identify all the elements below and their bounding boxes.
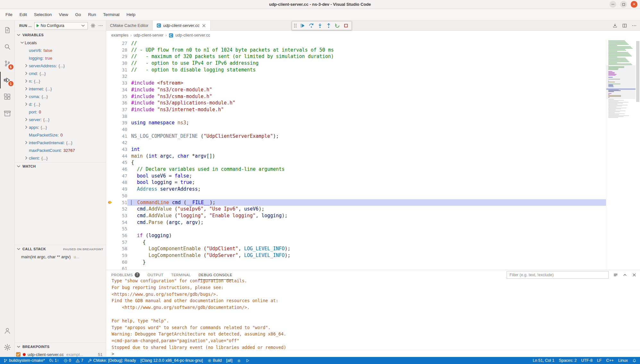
language-mode[interactable]: C++: [604, 357, 616, 364]
encoding[interactable]: UTF-8: [579, 357, 594, 364]
errors[interactable]: 0: [61, 357, 73, 364]
breakpoint-gutter[interactable]: [106, 245, 114, 252]
activity-item-extensions[interactable]: [0, 88, 15, 105]
breakpoint-gutter[interactable]: [106, 113, 114, 120]
indentation[interactable]: Spaces: 2: [557, 357, 579, 364]
editor-scrollbar[interactable]: [636, 40, 640, 270]
variable-maxPacketCount[interactable]: maxPacketCount:32767: [15, 146, 106, 154]
output-actions-icon[interactable]: [613, 272, 618, 277]
breakpoint-gutter[interactable]: [106, 153, 114, 160]
breakpoint-gutter[interactable]: [106, 186, 114, 193]
step-over-button[interactable]: [307, 22, 316, 29]
breakpoint-gutter[interactable]: [106, 100, 114, 106]
cmake-debug[interactable]: [235, 357, 243, 364]
breakpoint-gutter[interactable]: [106, 173, 114, 179]
breakpoint-gutter[interactable]: [106, 53, 114, 60]
stack-frame[interactable]: main(int argc, char ** argv)u...: [15, 253, 106, 261]
breakpoint-gutter[interactable]: [106, 126, 114, 133]
os[interactable]: Linux: [616, 357, 630, 364]
step-into-button[interactable]: [316, 22, 324, 29]
breakpoint-gutter[interactable]: [106, 206, 114, 212]
breakpoints-section-header[interactable]: BREAKPOINTS: [15, 343, 106, 351]
breakpoint-gutter[interactable]: [106, 166, 114, 173]
minimap-viewport[interactable]: [606, 65, 636, 99]
scrollbar-thumb[interactable]: [636, 41, 639, 102]
more-actions-icon[interactable]: [632, 23, 637, 28]
activity-item-run-debug[interactable]: 1: [0, 72, 15, 88]
breakpoint-gutter[interactable]: [106, 265, 114, 270]
activity-item-source-control[interactable]: 6: [0, 55, 15, 72]
eol[interactable]: LF: [595, 357, 604, 364]
cmake-build[interactable]: Build: [205, 357, 224, 364]
breakpoint-gutter[interactable]: [106, 259, 114, 266]
cmake-kit[interactable]: [Clang 12.0.0 x86_64-pc-linux-gnu]: [138, 357, 205, 364]
menu-view[interactable]: View: [55, 9, 72, 20]
breakpoint-gutter[interactable]: [106, 199, 114, 206]
breakpoint-gutter[interactable]: [106, 93, 114, 100]
cursor-position[interactable]: Ln 51, Col 1: [530, 357, 556, 364]
more-actions-icon[interactable]: [98, 23, 103, 28]
breakpoint-gutter[interactable]: [106, 193, 114, 199]
activity-item-explorer[interactable]: [0, 22, 15, 38]
breakpoint-gutter[interactable]: [106, 60, 114, 67]
cmake-target[interactable]: [all]: [224, 357, 234, 364]
breakpoint-gutter[interactable]: [106, 87, 114, 93]
breakpoint-gutter[interactable]: [106, 232, 114, 239]
breakpoint-gutter[interactable]: [106, 212, 114, 219]
minimize-icon[interactable]: [610, 1, 616, 8]
maximize-icon[interactable]: [620, 1, 627, 8]
activity-item-account[interactable]: [0, 322, 15, 339]
breakpoint-gutter[interactable]: [106, 133, 114, 140]
breakpoint-gutter[interactable]: [106, 139, 114, 146]
continue-button[interactable]: [298, 22, 307, 29]
breakpoint-gutter[interactable]: [106, 80, 114, 87]
debug-console-input[interactable]: >: [106, 350, 640, 357]
close-panel-icon[interactable]: [632, 272, 637, 277]
variable-n[interactable]: n:{...}: [15, 77, 106, 85]
menu-run[interactable]: Run: [85, 9, 100, 20]
editor-tab-udp-client-server-cc[interactable]: udp-client-server.cc: [153, 21, 211, 30]
variable-port[interactable]: port:0: [15, 108, 106, 116]
launch-config-dropdown[interactable]: No Configura: [34, 22, 88, 29]
cmake-status[interactable]: CMake: [Debug]: Ready: [86, 357, 138, 364]
breadcrumb-item-udp-client-server[interactable]: udp-client-server: [134, 33, 164, 37]
call-stack-section-header[interactable]: CALL STACK PAUSED ON BREAKPOINT: [15, 245, 106, 253]
variable-useV6[interactable]: useV6:false: [15, 46, 106, 54]
breakpoint-gutter[interactable]: [106, 47, 114, 54]
breakpoint-gutter[interactable]: [106, 106, 114, 113]
menu-terminal[interactable]: Terminal: [99, 9, 123, 20]
editor-tab-cmake-cache-editor[interactable]: CMake Cache Editor: [106, 21, 153, 30]
menu-file[interactable]: File: [2, 9, 16, 20]
git-sync[interactable]: 0↓ 1↑: [47, 357, 61, 364]
scope-row-locals[interactable]: Locals: [15, 39, 106, 46]
breakpoint-gutter[interactable]: [106, 226, 114, 232]
variable-cmd[interactable]: cmd:{...}: [15, 70, 106, 77]
watch-section-header[interactable]: WATCH: [15, 162, 106, 170]
breakpoint-gutter[interactable]: [106, 146, 114, 153]
variable-internet[interactable]: internet:{...}: [15, 85, 106, 93]
download-icon[interactable]: [612, 23, 618, 28]
breadcrumb-item-examples[interactable]: examples: [111, 33, 129, 37]
restart-button[interactable]: [333, 22, 341, 29]
menu-selection[interactable]: Selection: [30, 9, 55, 20]
stop-button[interactable]: [341, 22, 350, 29]
breakpoint-gutter[interactable]: [106, 252, 114, 259]
breakpoint-checkbox[interactable]: [16, 352, 21, 357]
breakpoint-gutter[interactable]: [106, 239, 114, 246]
variable-interPacketInterval[interactable]: interPacketInterval:{...}: [15, 139, 106, 146]
variable-logging[interactable]: logging:true: [15, 54, 106, 62]
menu-go[interactable]: Go: [72, 9, 85, 20]
breakpoint-gutter[interactable]: [106, 219, 114, 226]
variables-section-header[interactable]: VARIABLES: [15, 31, 106, 39]
variable-serverAddress[interactable]: serverAddress:{...}: [15, 62, 106, 70]
close-icon[interactable]: ✕: [631, 1, 637, 8]
notifications[interactable]: [630, 357, 639, 364]
breakpoint-gutter[interactable]: [106, 67, 114, 73]
menu-edit[interactable]: Edit: [16, 9, 30, 20]
variable-apps[interactable]: apps:{...}: [15, 123, 106, 131]
variable-client[interactable]: client:{...}: [15, 154, 106, 162]
warnings[interactable]: 7: [73, 357, 86, 364]
toolbar-grip[interactable]: [294, 24, 297, 28]
minimap[interactable]: [606, 40, 636, 270]
close-tab-icon[interactable]: [201, 23, 206, 28]
